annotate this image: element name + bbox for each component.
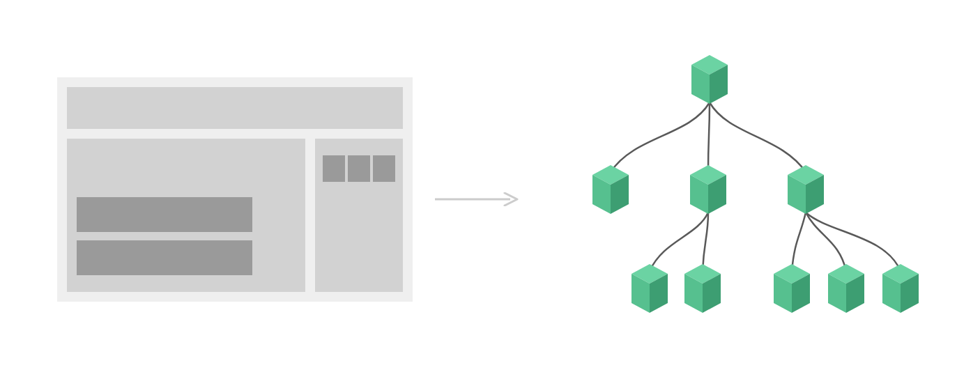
- tree-node-leaf: [875, 261, 926, 316]
- arrow-right-icon: [435, 192, 524, 206]
- wireframe-sidebar-item: [348, 155, 370, 182]
- tree-node: [585, 162, 636, 217]
- layout-wireframe: [57, 77, 413, 302]
- wireframe-content-block: [77, 197, 252, 232]
- wireframe-header-region: [67, 87, 403, 129]
- wireframe-content-block: [77, 240, 252, 275]
- wireframe-sidebar-item: [323, 155, 345, 182]
- tree-node: [781, 162, 831, 217]
- diagram-canvas: [0, 0, 980, 379]
- tree-node-leaf: [821, 261, 871, 316]
- tree-node-root: [684, 52, 735, 107]
- tree-node-leaf: [677, 261, 728, 316]
- wireframe-main-region: [67, 139, 305, 292]
- tree-node-leaf: [767, 261, 817, 316]
- tree-node-leaf: [625, 261, 675, 316]
- wireframe-sidebar-region: [315, 139, 403, 292]
- tree-node: [683, 162, 733, 217]
- wireframe-sidebar-item: [373, 155, 395, 182]
- tree-diagram: [544, 52, 941, 331]
